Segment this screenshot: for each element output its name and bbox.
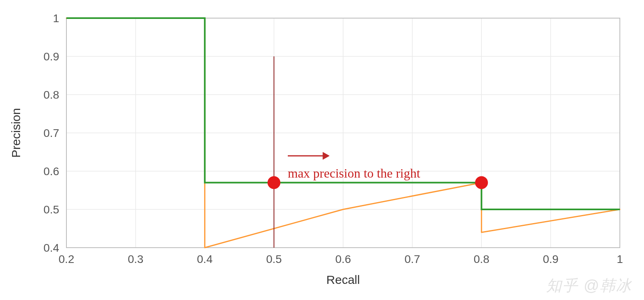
annotation-text: max precision to the right (288, 166, 420, 180)
x-tick-label: 0.3 (128, 253, 143, 265)
x-tick-label: 0.4 (197, 253, 213, 265)
y-tick-label: 0.6 (43, 165, 59, 178)
y-tick-label: 0.5 (43, 203, 59, 216)
marker-point (475, 176, 488, 189)
x-tick-label: 1 (617, 253, 623, 265)
x-tick-label: 0.9 (543, 253, 559, 265)
x-tick-label: 0.7 (405, 253, 420, 265)
marker-point (268, 176, 281, 189)
y-tick-label: 0.4 (43, 242, 59, 254)
y-axis-title: Precision (9, 108, 23, 157)
y-tick-label: 1 (53, 12, 59, 25)
chart-svg: 0.20.30.40.50.60.70.80.910.40.50.60.70.8… (0, 0, 644, 300)
x-tick-label: 0.6 (335, 253, 351, 265)
x-axis-title: Recall (326, 273, 360, 286)
x-tick-label: 0.2 (59, 253, 74, 265)
y-tick-label: 0.7 (43, 127, 59, 139)
x-tick-label: 0.5 (266, 253, 282, 265)
y-tick-label: 0.8 (43, 89, 59, 101)
x-tick-label: 0.8 (474, 253, 489, 265)
y-tick-label: 0.9 (43, 50, 59, 63)
pr-chart: 0.20.30.40.50.60.70.80.910.40.50.60.70.8… (0, 0, 644, 300)
annotation-arrow-head (323, 152, 329, 159)
